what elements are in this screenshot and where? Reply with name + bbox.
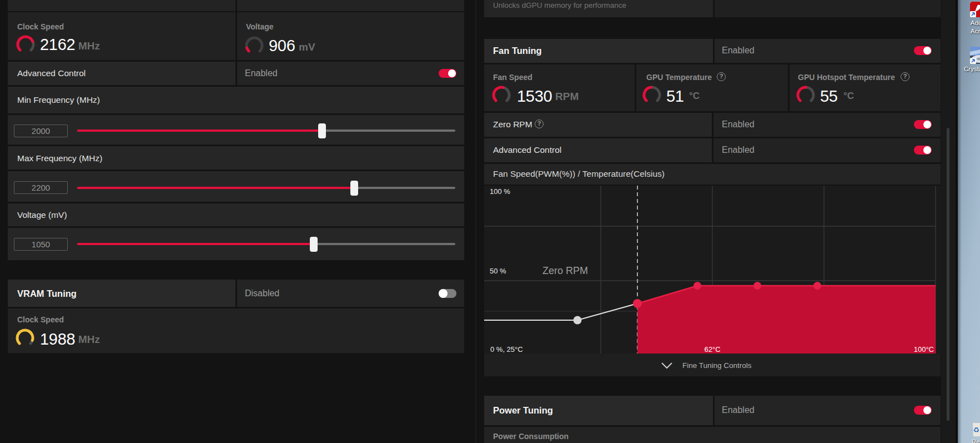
svg-text:100°C: 100°C	[914, 345, 934, 354]
svg-text:100 %: 100 %	[490, 187, 510, 196]
svg-text:0 %, 25°C: 0 %, 25°C	[490, 345, 523, 354]
svg-text:♻: ♻	[973, 426, 979, 434]
svg-text:50 %: 50 %	[490, 267, 506, 275]
svg-text:62°C: 62°C	[704, 345, 720, 354]
svg-text:Zero RPM: Zero RPM	[542, 265, 588, 276]
